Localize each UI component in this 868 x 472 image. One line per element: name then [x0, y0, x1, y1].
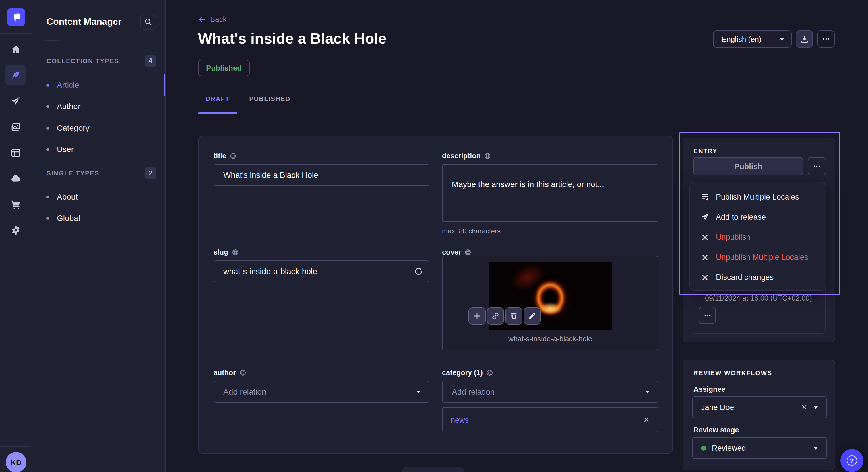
cross-icon: [701, 273, 709, 281]
review-stage-combobox[interactable]: Reviewed: [692, 437, 827, 459]
menu-item-discard-changes[interactable]: Discard changes: [690, 267, 826, 287]
search-button[interactable]: [140, 14, 156, 30]
releases-icon[interactable]: [5, 91, 26, 111]
add-icon: [473, 312, 481, 320]
sidebar-item-user[interactable]: User: [46, 140, 165, 158]
cover-actions: [468, 307, 541, 325]
sidebar-item-global[interactable]: Global: [46, 209, 165, 227]
copy-link-button[interactable]: [487, 307, 504, 325]
scheduled-date-text: 09/11/2024 at 16:00 (UTC+02:00): [705, 294, 812, 302]
entry-form-card: title What's inside a Black Hole descrip…: [198, 136, 673, 453]
strapi-logo[interactable]: [7, 8, 25, 26]
sidebar-title: Content Manager: [46, 16, 121, 27]
locale-select[interactable]: English (en): [713, 30, 792, 47]
description-helper-text: max. 80 characters: [442, 227, 658, 235]
author-relation-combobox[interactable]: Add relation: [214, 381, 429, 403]
regenerate-slug-button[interactable]: [414, 267, 423, 275]
bullet-icon: [46, 148, 50, 150]
section-single-types: SINGLE TYPES: [46, 170, 99, 177]
assignee-combobox[interactable]: Jane Doe: [692, 396, 827, 418]
category-relation-combobox[interactable]: Add relation: [442, 381, 658, 403]
content-type-builder-icon[interactable]: [5, 142, 26, 163]
active-item-indicator: [164, 74, 165, 96]
menu-item-unpublish[interactable]: Unpublish: [690, 227, 826, 247]
back-link[interactable]: Back: [198, 15, 227, 24]
menu-item-add-to-release[interactable]: Add to release: [690, 207, 826, 227]
paper-plane-icon: [701, 213, 709, 222]
chevron-down-icon: [813, 406, 818, 409]
cross-icon: [701, 233, 709, 241]
cross-icon: [701, 253, 709, 261]
edit-asset-button[interactable]: [524, 307, 541, 325]
tab-published[interactable]: PUBLISHED: [246, 95, 293, 102]
entry-more-button[interactable]: [808, 157, 826, 175]
chevron-down-icon: [416, 391, 421, 394]
description-textarea[interactable]: Maybe the answer is in this article, or …: [442, 164, 658, 222]
user-avatar[interactable]: KD: [6, 452, 26, 472]
export-button[interactable]: [796, 30, 813, 47]
chevron-down-icon: [780, 38, 784, 40]
review-panel-title: REVIEW WORKFLOWS: [693, 369, 772, 376]
ellipsis-icon: [813, 162, 821, 170]
assignee-label: Assignee: [693, 385, 725, 394]
bullet-icon: [46, 195, 50, 198]
ellipsis-icon: [704, 312, 711, 319]
globe-icon: [484, 153, 491, 160]
media-library-icon[interactable]: [5, 116, 26, 137]
slug-input[interactable]: what-s-inside-a-black-hole: [214, 260, 429, 282]
sidebar-item-article[interactable]: Article: [46, 76, 165, 94]
home-icon[interactable]: [5, 39, 26, 60]
list-plus-icon: [701, 193, 709, 201]
menu-item-unpublish-multiple-locales[interactable]: Unpublish Multiple Locales: [690, 247, 826, 267]
author-field-label: author: [214, 369, 429, 377]
sidebar-item-about[interactable]: About: [46, 188, 165, 205]
single-types-count-badge: 2: [145, 167, 156, 179]
review-stage-label: Review stage: [693, 426, 739, 434]
publish-button[interactable]: Publish: [693, 157, 803, 175]
description-field-label: description: [442, 152, 658, 160]
arrow-left-icon: [198, 15, 206, 23]
category-field-label: category (1): [442, 369, 658, 377]
globe-icon: [486, 369, 493, 376]
status-badge: Published: [198, 60, 250, 76]
title-field-label: title: [214, 152, 429, 160]
bullet-icon: [46, 127, 50, 129]
content-manager-sidebar: Content Manager COLLECTION TYPES 4 Artic…: [32, 0, 166, 472]
globe-icon: [239, 369, 246, 376]
bullet-icon: [46, 83, 50, 86]
question-mark-icon: ?: [847, 456, 857, 466]
information-more-button[interactable]: [699, 307, 716, 324]
menu-item-publish-multiple-locales[interactable]: Publish Multiple Locales: [690, 187, 826, 207]
stage-status-dot: [701, 445, 706, 450]
clear-assignee-button[interactable]: [801, 404, 808, 411]
category-relation-item: news: [442, 407, 658, 432]
help-button[interactable]: ?: [840, 449, 863, 472]
entry-panel-title: ENTRY: [693, 147, 718, 154]
publish-actions-menu: Publish Multiple Locales Add to release …: [689, 182, 826, 291]
tab-draft[interactable]: DRAFT: [198, 95, 237, 102]
add-asset-button[interactable]: [468, 307, 486, 325]
version-tabs: DRAFT PUBLISHED: [198, 95, 293, 102]
globe-icon: [231, 249, 239, 256]
collapsed-panel-edge: [402, 467, 464, 472]
slug-field-label: slug: [214, 248, 429, 256]
sidebar-item-author[interactable]: Author: [46, 98, 165, 115]
cloud-icon[interactable]: [5, 168, 26, 189]
chevron-down-icon: [645, 391, 650, 394]
refresh-icon: [414, 267, 423, 275]
content-manager-icon[interactable]: [5, 65, 26, 86]
bullet-icon: [46, 105, 50, 107]
page-title: What's inside a Black Hole: [198, 30, 386, 47]
remove-relation-button[interactable]: [643, 416, 650, 423]
review-workflows-panel: REVIEW WORKFLOWS Assignee Jane Doe Revie…: [683, 360, 835, 470]
marketplace-icon[interactable]: [5, 194, 26, 214]
sidebar-item-category[interactable]: Category: [46, 119, 165, 136]
chevron-down-icon: [813, 446, 818, 449]
delete-asset-button[interactable]: [505, 307, 522, 325]
header-more-button[interactable]: [817, 30, 835, 47]
cover-filename: what-s-inside-a-black-hole: [443, 335, 658, 343]
close-icon: [801, 404, 808, 411]
relation-link-news[interactable]: news: [451, 415, 643, 424]
title-input[interactable]: What's inside a Black Hole: [214, 164, 429, 186]
settings-icon[interactable]: [5, 220, 26, 240]
